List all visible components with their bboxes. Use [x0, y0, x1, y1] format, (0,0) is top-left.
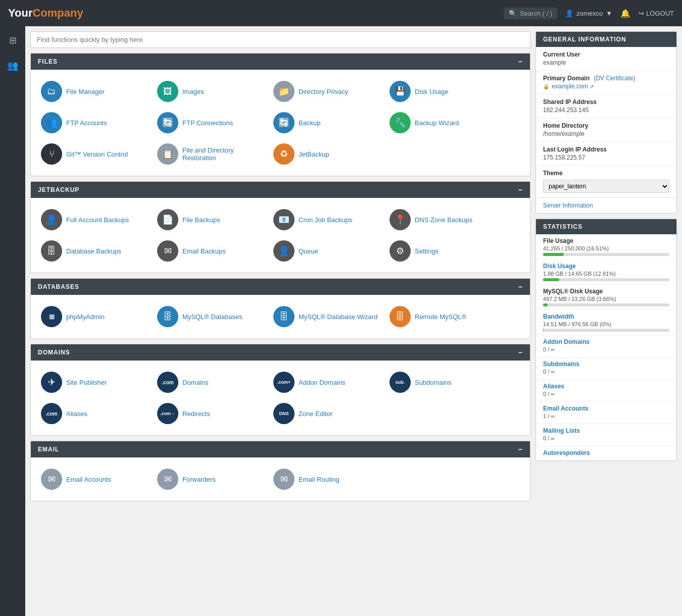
email-collapse[interactable]: −: [518, 445, 523, 453]
file-usage-row: File Usage 41,265 / 250,000 (16.51%): [536, 234, 676, 260]
mysql-databases-item[interactable]: 🗄 MySQL® Databases: [152, 302, 268, 331]
domains-body: ✈ Site Publisher .com Domains .com+ Addo…: [31, 361, 530, 435]
email-section: EMAIL − ✉ Email Accounts ✉ Forwarders ✉ …: [30, 441, 530, 501]
file-dir-restore-item[interactable]: 📋 File and Directory Restoration: [152, 139, 268, 169]
aliases-stat-link[interactable]: Aliases: [543, 383, 669, 390]
theme-select[interactable]: paper_lantern: [543, 180, 669, 193]
mailing-lists-stat-row: Mailing Lists 0 / ∞: [536, 424, 676, 446]
mysql-wizard-item[interactable]: 🗄 MySQL® Database Wizard: [268, 302, 384, 331]
images-icon: 🖼: [157, 81, 178, 102]
phpmyadmin-item[interactable]: ⊞ phpMyAdmin: [36, 302, 152, 331]
full-account-backups-item[interactable]: 👤 Full Account Backups: [36, 205, 152, 234]
dns-zone-backups-icon: 📍: [389, 209, 411, 230]
domains-label: Domains: [182, 379, 208, 386]
autoresponders-stat-link[interactable]: Autoresponders: [543, 449, 669, 456]
database-backups-item[interactable]: 🗄 Database Backups: [36, 236, 152, 266]
domains-item[interactable]: .com Domains: [152, 368, 268, 397]
ftp-connections-icon: 🔄: [157, 112, 178, 133]
shared-ip-value: 162.244.253.145: [543, 107, 669, 114]
logout-button[interactable]: ↪ LOGOUT: [639, 10, 674, 17]
aliases-item[interactable]: .com Aliases: [36, 399, 152, 428]
notifications-bell[interactable]: 🔔: [620, 9, 630, 18]
full-account-backups-icon: 👤: [41, 209, 62, 230]
jetbackup-item[interactable]: ♻ JetBackup: [268, 139, 384, 169]
settings-item[interactable]: ⚙ Settings: [384, 236, 501, 266]
disk-usage-value: 1.88 GB / 14.65 GB (12.81%): [543, 271, 669, 277]
ftp-accounts-item[interactable]: 👥 FTP Accounts: [36, 108, 152, 137]
email-routing-label: Email Routing: [299, 476, 339, 483]
dv-cert-link[interactable]: (DV Certificate): [594, 75, 635, 82]
last-login-row: Last Login IP Address 175.158.225.57: [536, 142, 676, 166]
ftp-connections-item[interactable]: 🔄 FTP Connections: [152, 108, 268, 137]
email-body: ✉ Email Accounts ✉ Forwarders ✉ Email Ro…: [31, 457, 530, 501]
shared-ip-label: Shared IP Address: [543, 98, 669, 106]
zone-editor-item[interactable]: DNS Zone Editor: [268, 399, 384, 428]
addon-domains-icon: .com+: [273, 372, 295, 393]
files-title: FILES: [38, 58, 58, 65]
subdomains-stat-link[interactable]: Subdomains: [543, 361, 669, 368]
site-publisher-item[interactable]: ✈ Site Publisher: [36, 368, 152, 397]
backup-item[interactable]: 🔄 Backup: [268, 108, 384, 137]
jetbackup-collapse[interactable]: −: [518, 186, 523, 194]
forwarders-item[interactable]: ✉ Forwarders: [152, 465, 268, 494]
email-backups-item[interactable]: ✉ Email Backups: [152, 236, 268, 266]
redirects-item[interactable]: .com→ Redirects: [152, 399, 268, 428]
disk-usage-bar-fill: [543, 278, 559, 281]
email-accounts-stat-link[interactable]: Email Accounts: [543, 405, 669, 412]
addon-domains-item[interactable]: .com+ Addon Domains: [268, 368, 384, 397]
phpmyadmin-label: phpMyAdmin: [66, 313, 105, 321]
cron-job-backups-item[interactable]: 📧 Cron Job Backups: [268, 205, 384, 234]
domains-collapse[interactable]: −: [518, 348, 523, 356]
email-accounts-item[interactable]: ✉ Email Accounts: [36, 465, 152, 494]
bandwidth-link[interactable]: Bandwidth: [543, 313, 669, 320]
quick-search-input[interactable]: [30, 31, 530, 48]
search-box[interactable]: 🔍 Search ( / ): [504, 8, 557, 19]
file-usage-value: 41,265 / 250,000 (16.51%): [543, 245, 669, 251]
disk-usage-item[interactable]: 💾 Disk Usage: [384, 77, 501, 106]
images-item[interactable]: 🖼 Images: [152, 77, 268, 106]
disk-usage-icon: 💾: [389, 81, 411, 102]
jetbackup-section: JETBACKUP − 👤 Full Account Backups 📄 Fil…: [30, 181, 530, 273]
addon-domains-stat-link[interactable]: Addon Domains: [543, 338, 669, 345]
jetbackup-icon: ♻: [273, 143, 295, 165]
dns-zone-backups-item[interactable]: 📍 DNS Zone Backups: [384, 205, 501, 234]
subdomains-item[interactable]: sub. Subdomains: [384, 368, 501, 397]
logout-icon: ↪: [639, 10, 644, 17]
email-routing-item[interactable]: ✉ Email Routing: [268, 465, 384, 494]
search-icon: 🔍: [509, 10, 517, 17]
domains-section: DOMAINS − ✈ Site Publisher .com Domains …: [30, 344, 530, 436]
file-manager-item[interactable]: 🗂 File Manager: [36, 77, 152, 106]
email-title: EMAIL: [38, 446, 59, 453]
user-dropdown-icon: ▼: [606, 10, 612, 17]
disk-usage-link[interactable]: Disk Usage: [543, 263, 669, 270]
zone-editor-label: Zone Editor: [299, 410, 332, 418]
grid-icon[interactable]: ⊞: [4, 31, 22, 49]
domain-link[interactable]: example.com: [552, 83, 588, 90]
quick-search-bar: [30, 31, 530, 48]
server-info-link[interactable]: Server Information: [536, 197, 676, 213]
files-collapse[interactable]: −: [518, 58, 523, 66]
dns-zone-backups-label: DNS Zone Backups: [415, 216, 472, 224]
backup-wizard-icon: 🔧: [389, 112, 411, 133]
databases-collapse[interactable]: −: [518, 283, 523, 291]
jetbackup-header: JETBACKUP −: [31, 182, 530, 198]
file-backups-item[interactable]: 📄 File Backups: [152, 205, 268, 234]
file-dir-restore-icon: 📋: [157, 143, 178, 165]
last-login-value: 175.158.225.57: [543, 154, 669, 161]
general-info-header: GENERAL INFORMATION: [536, 32, 676, 47]
users-icon[interactable]: 👥: [4, 57, 22, 75]
queue-item[interactable]: 👤 Queue: [268, 236, 384, 266]
git-version-control-item[interactable]: ⑂ Git™ Version Control: [36, 139, 152, 169]
mailing-lists-stat-link[interactable]: Mailing Lists: [543, 427, 669, 434]
files-header: FILES −: [31, 54, 530, 70]
backup-wizard-item[interactable]: 🔧 Backup Wizard: [384, 108, 501, 137]
directory-privacy-label: Directory Privacy: [299, 88, 348, 95]
files-body: 🗂 File Manager 🖼 Images 📁 Directory Priv…: [31, 70, 530, 176]
directory-privacy-item[interactable]: 📁 Directory Privacy: [268, 77, 384, 106]
user-menu[interactable]: 👤 zomexco ▼: [565, 10, 612, 17]
domains-icon: .com: [157, 372, 178, 393]
backup-label: Backup: [299, 119, 320, 127]
bandwidth-bar-bg: [543, 329, 669, 332]
email-header: EMAIL −: [31, 441, 530, 457]
remote-mysql-item[interactable]: 🗄 Remote MySQL®: [384, 302, 501, 331]
